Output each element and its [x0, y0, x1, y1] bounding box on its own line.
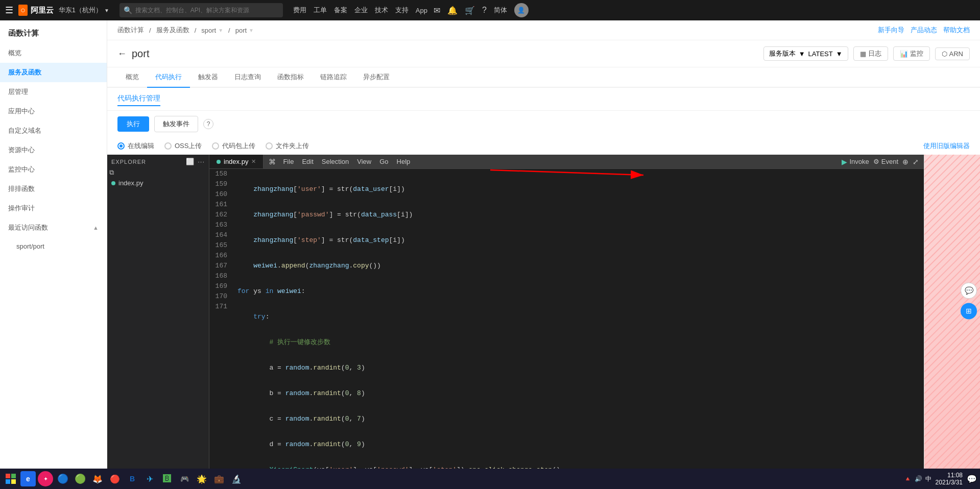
bell-icon[interactable]: 🔔 [447, 6, 458, 15]
sidebar-item-scheduled-fn[interactable]: 排排函数 [0, 179, 107, 199]
tab-code-exec[interactable]: 代码执行 [147, 67, 190, 88]
help-docs-link[interactable]: 帮助文档 [943, 26, 970, 35]
menu-go[interactable]: Go [376, 157, 391, 166]
menu-icon[interactable]: ☰ [5, 5, 13, 16]
newbie-guide-link[interactable]: 新手向导 [878, 26, 904, 35]
code-line-169: XiaomiSport(ys['user'], ys['passwd'], ys… [237, 465, 919, 469]
menu-help[interactable]: Help [394, 157, 414, 166]
nav-fee[interactable]: 费用 [293, 6, 306, 15]
nav-tech[interactable]: 技术 [375, 6, 388, 15]
sidebar-item-custom-domain[interactable]: 自定义域名 [0, 121, 107, 140]
sidebar-item-monitor-center[interactable]: 监控中心 [0, 160, 107, 179]
breadcrumb-port[interactable]: port [235, 27, 247, 34]
global-search[interactable]: 🔍 [119, 3, 283, 17]
avatar[interactable]: 👤 [514, 3, 529, 17]
copy-icon[interactable]: ⧉ [109, 168, 114, 176]
tab-async-config[interactable]: 异步配置 [355, 67, 398, 88]
nav-ticket[interactable]: 工单 [314, 6, 327, 15]
radio-online-edit[interactable]: 在线编辑 [117, 141, 154, 151]
cart-icon[interactable]: 🛒 [465, 6, 475, 15]
taskbar-app3-icon[interactable]: 🟢 [73, 471, 88, 486]
taskbar-app6-icon[interactable]: B [125, 471, 140, 486]
tab-log-query[interactable]: 日志查询 [226, 67, 269, 88]
product-news-link[interactable]: 产品动态 [911, 26, 937, 35]
log-button[interactable]: ▦ 日志 [853, 46, 888, 61]
file-item-index[interactable]: index.py [107, 177, 209, 189]
grid-icon[interactable]: ⊞ [961, 303, 977, 319]
taskbar-app2-icon[interactable]: 🔵 [55, 471, 70, 486]
taskbar-app11-icon[interactable]: 💼 [211, 471, 227, 486]
breadcrumb-fc[interactable]: 函数计算 [117, 26, 144, 35]
sidebar-item-audit[interactable]: 操作审计 [0, 199, 107, 218]
toolbar: 执行 触发事件 ? [107, 111, 980, 137]
search-input[interactable] [135, 7, 279, 14]
taskbar-app1-icon[interactable]: ✦ [38, 471, 53, 486]
nav-enterprise[interactable]: 企业 [354, 6, 368, 15]
nav-support[interactable]: 支持 [395, 6, 409, 15]
radio-online-edit-circle [117, 142, 125, 150]
invoke-button[interactable]: ▶ Invoke [842, 158, 869, 166]
split-editor-icon[interactable]: ⊕ [902, 158, 909, 166]
breadcrumb-services[interactable]: 服务及函数 [156, 26, 189, 35]
lang-selector[interactable]: 简体 [494, 6, 507, 15]
tab-fn-metrics[interactable]: 函数指标 [269, 67, 312, 88]
execute-button[interactable]: 执行 [117, 116, 149, 132]
sidebar-item-app-center[interactable]: 应用中心 [0, 102, 107, 121]
sidebar-item-recent[interactable]: 最近访问函数 ▲ [0, 218, 107, 237]
taskbar-app7-icon[interactable]: ✈ [142, 471, 157, 486]
radio-oss-upload[interactable]: OSS上传 [164, 141, 202, 151]
code-content[interactable]: 158 159 160 161 162 163 164 165 166 167 … [209, 169, 924, 469]
menu-view[interactable]: View [354, 157, 374, 166]
menu-selection[interactable]: Selection [319, 157, 352, 166]
code-tabs: index.py ✕ ⌘ File Edit Selection View Go… [209, 155, 924, 169]
help-icon[interactable]: ? [482, 6, 487, 15]
taskbar-app8-icon[interactable]: 🅱 [159, 471, 175, 486]
taskbar-app12-icon[interactable]: 🔬 [229, 471, 244, 486]
trigger-event-button[interactable]: 触发事件 [154, 116, 198, 132]
sidebar-item-resource-center[interactable]: 资源中心 [0, 140, 107, 160]
mail-icon[interactable]: ✉ [434, 6, 440, 15]
menu-edit[interactable]: Edit [299, 157, 316, 166]
monitor-icon: 📊 [900, 50, 908, 58]
tab-overview[interactable]: 概览 [117, 67, 147, 88]
taskbar-edge-icon[interactable]: e [20, 471, 36, 486]
radio-code-pkg-upload[interactable]: 代码包上传 [212, 141, 255, 151]
code-line-167: c = random.randint(0, 7) [237, 414, 919, 424]
taskbar-time-value: 11:08 [936, 472, 963, 479]
arn-button[interactable]: ⬡ ARN [935, 47, 970, 60]
start-button[interactable] [3, 471, 18, 486]
play-icon: ▶ [842, 158, 847, 166]
notification-icon[interactable]: 💬 [967, 474, 977, 484]
sidebar-item-sport-port[interactable]: sport/port [8, 237, 107, 255]
monitor-button[interactable]: 📊 监控 [893, 46, 930, 61]
back-button[interactable]: ← [117, 48, 127, 59]
taskbar-app4-icon[interactable]: 🦊 [90, 471, 105, 486]
sidebar-item-layers[interactable]: 层管理 [0, 82, 107, 102]
taskbar-app5-icon[interactable]: 🔴 [107, 471, 123, 486]
comment-icon[interactable]: 💬 [961, 282, 977, 299]
taskbar-app10-icon[interactable]: 🌟 [194, 471, 209, 486]
more-options-icon[interactable]: ··· [198, 158, 205, 165]
tab-tracing[interactable]: 链路追踪 [312, 67, 355, 88]
sidebar-item-services[interactable]: 服务及函数 [0, 63, 107, 82]
breadcrumb-sport[interactable]: sport [201, 27, 216, 34]
close-tab-icon[interactable]: ✕ [251, 158, 256, 165]
taskbar-app9-icon[interactable]: 🎮 [177, 471, 192, 486]
menu-file[interactable]: File [280, 157, 297, 166]
event-button[interactable]: ⚙ Event [873, 158, 898, 165]
new-file-icon[interactable]: ⬜ [186, 158, 195, 165]
arn-label: ARN [949, 50, 963, 58]
tab-triggers[interactable]: 触发器 [190, 67, 226, 88]
version-selector[interactable]: 服务版本 ▼ LATEST ▼ [763, 46, 848, 61]
nav-record[interactable]: 备案 [334, 6, 347, 15]
code-tab-index[interactable]: index.py ✕ [209, 155, 264, 168]
sidebar-item-overview[interactable]: 概览 [0, 43, 107, 63]
use-old-editor-link[interactable]: 使用旧版编辑器 [923, 141, 970, 151]
lang-indicator[interactable]: 中 [925, 475, 931, 483]
nav-app[interactable]: App [416, 7, 427, 14]
region-selector[interactable]: 华东1（杭州） ▼ [59, 6, 109, 15]
fullscreen-icon[interactable]: ⤢ [913, 158, 919, 166]
help-tooltip-icon[interactable]: ? [203, 119, 213, 129]
radio-folder-upload[interactable]: 文件夹上传 [266, 141, 309, 151]
log-icon: ▦ [860, 50, 866, 58]
